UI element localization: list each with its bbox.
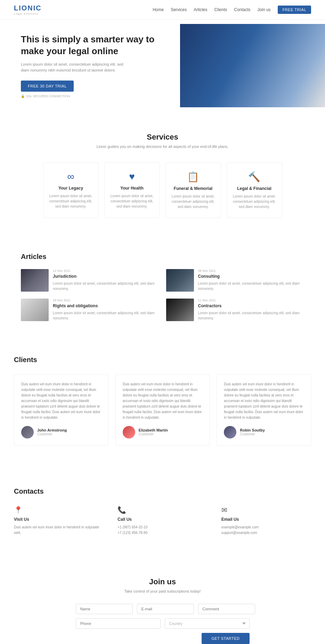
join-subtitle: Take control of your paid subscriptions … — [14, 589, 311, 593]
client-details-robin: Robin Soutby Customer — [240, 428, 265, 436]
nav-join[interactable]: Join us — [258, 7, 271, 12]
article-card-contractors: 11 Nov 2021 Contractors Lorem ipsum dolo… — [166, 299, 304, 321]
services-section: Services Lionic guides you on making dec… — [0, 112, 325, 239]
hero-cta-button[interactable]: FREE 30 DAY TRIAL — [21, 81, 74, 92]
call-text: +1 (987) 654-32-10 +7 (123) 456-78-90 — [117, 525, 207, 536]
visit-label: Visit Us — [14, 517, 104, 522]
join-section: Join us Take control of your paid subscr… — [0, 557, 325, 644]
logo-text: LIONIC — [14, 4, 42, 12]
email-icon: ✉ — [221, 506, 311, 514]
contacts-section: Contacts 📍 Visit Us Duis autem vel eum i… — [0, 467, 325, 557]
client-info-john: John Armstrong Customer — [21, 426, 101, 438]
nav-contacts[interactable]: Contacts — [234, 7, 250, 12]
article-title-consulting: Consulting — [198, 274, 304, 279]
service-card-funeral: 📋 Funeral & Memorial Lorem ipsum dolor s… — [165, 162, 221, 218]
legacy-desc: Lorem ipsum dolor sit amet, consectetuer… — [49, 193, 93, 209]
client-card-john: Duis autem vel eum iriure dolor in hendr… — [14, 374, 108, 446]
client-name-elizabeth: Elizabeth Martin — [139, 428, 168, 432]
articles-section: Articles 12 Nov 2021 Jurisdiction Lorem … — [0, 239, 325, 335]
article-date-consulting: 08 Nov 2021 — [198, 269, 304, 273]
logo: LIONIC Legal Solutions — [14, 4, 42, 15]
form-row-2: Country United States United Kingdom — [76, 618, 250, 629]
health-name: Your Health — [110, 186, 154, 191]
contact-visit: 📍 Visit Us Duis autem vel eum iriure dol… — [14, 506, 104, 536]
funeral-desc: Lorem ipsum dolor sit amet, consectetuer… — [171, 194, 215, 209]
article-desc-contractors: Lorem ipsum dolor sit amet, consectetuer… — [198, 310, 304, 321]
call-label: Call Us — [117, 517, 207, 522]
article-content-contractors: 11 Nov 2021 Contractors Lorem ipsum dolo… — [198, 299, 304, 321]
client-details-john: John Armstrong Customer — [37, 428, 67, 436]
location-icon: 📍 — [14, 506, 104, 514]
logo-subtitle: Legal Solutions — [14, 12, 42, 15]
hero-img-placeholder — [180, 24, 325, 107]
services-grid: ∞ Your Legacy Lorem ipsum dolor sit amet… — [14, 162, 311, 218]
contact-call: 📞 Call Us +1 (987) 654-32-10 +7 (123) 45… — [117, 506, 207, 536]
avatar-elizabeth — [123, 426, 135, 438]
article-card-consulting: 08 Nov 2021 Consulting Lorem ipsum dolor… — [166, 269, 304, 292]
hero-title: This is simply a smarter way to make you… — [21, 34, 166, 57]
article-date-contractors: 11 Nov 2021 — [198, 299, 304, 302]
email-input[interactable] — [137, 604, 194, 614]
article-desc-jurisdiction: Lorem ipsum dolor sit amet, consectetuer… — [53, 281, 159, 291]
article-card-rights: 29 Nov 2021 Rights and obligations Lorem… — [21, 299, 159, 321]
client-role-robin: Customer — [240, 432, 265, 436]
funeral-name: Funeral & Memorial — [171, 186, 215, 191]
client-card-elizabeth: Duis autem vel eum iriure dolor in hendr… — [115, 374, 210, 446]
ssl-text: SSL SECURED CONNECTION — [26, 94, 70, 98]
article-date-rights: 29 Nov 2021 — [53, 299, 159, 302]
name-input[interactable] — [76, 604, 133, 614]
comment-input[interactable] — [198, 604, 255, 614]
article-desc-consulting: Lorem ipsum dolor sit amet, consectetuer… — [198, 281, 304, 291]
nav-home[interactable]: Home — [153, 7, 164, 12]
hero-description: Lorem ipsum dolor sit amet, consectetuer… — [21, 61, 132, 74]
health-desc: Lorem ipsum dolor sit amet, consectetuer… — [110, 193, 154, 209]
get-started-button[interactable]: GET STARTED — [202, 633, 249, 644]
service-card-health: ♥ Your Health Lorem ipsum dolor sit amet… — [104, 162, 160, 218]
hero-image — [180, 24, 325, 107]
contact-email: ✉ Email Us example@example.com support@e… — [221, 506, 311, 536]
articles-grid: 12 Nov 2021 Jurisdiction Lorem ipsum dol… — [21, 269, 304, 321]
article-content-consulting: 08 Nov 2021 Consulting Lorem ipsum dolor… — [198, 269, 304, 291]
legal-name: Legal & Financial — [233, 186, 276, 191]
legal-desc: Lorem ipsum dolor sit amet, consectetuer… — [233, 194, 276, 209]
client-info-elizabeth: Elizabeth Martin Customer — [123, 426, 203, 438]
article-title-contractors: Contractors — [198, 303, 304, 308]
email-text: example@example.com support@example.com — [221, 525, 311, 536]
nav-articles[interactable]: Articles — [194, 7, 207, 12]
nav-cta-button[interactable]: FREE TRIAL — [278, 6, 311, 14]
hero-content: This is simply a smarter way to make you… — [0, 20, 180, 112]
phone-input[interactable] — [76, 618, 161, 629]
article-title-rights: Rights and obligations — [53, 303, 159, 308]
article-content-rights: 29 Nov 2021 Rights and obligations Lorem… — [53, 299, 159, 321]
article-img-jurisdiction — [21, 269, 49, 292]
articles-title: Articles — [21, 253, 304, 261]
avatar-john — [21, 426, 34, 438]
nav-clients[interactable]: Clients — [214, 7, 227, 12]
form-row-1 — [76, 604, 250, 614]
services-subtitle: Lionic guides you on making decisions fo… — [14, 144, 311, 149]
article-card-jurisdiction: 12 Nov 2021 Jurisdiction Lorem ipsum dol… — [21, 269, 159, 292]
article-img-contractors — [166, 299, 194, 321]
clients-section: Clients Duis autem vel eum iriure dolor … — [0, 335, 325, 467]
navbar: LIONIC Legal Solutions Home Services Art… — [0, 0, 325, 20]
clients-grid: Duis autem vel eum iriure dolor in hendr… — [14, 374, 311, 446]
contacts-grid: 📍 Visit Us Duis autem vel eum iriure dol… — [14, 506, 311, 536]
client-name-robin: Robin Soutby — [240, 428, 265, 432]
nav-links: Home Services Articles Clients Contacts … — [153, 6, 311, 14]
client-quote-elizabeth: Duis autem vel eum iriure dolor in hendr… — [123, 382, 203, 420]
join-title: Join us — [14, 577, 311, 586]
health-icon: ♥ — [110, 171, 154, 182]
avatar-robin — [224, 426, 236, 438]
service-card-legacy: ∞ Your Legacy Lorem ipsum dolor sit amet… — [43, 162, 99, 218]
service-card-legal: 🔨 Legal & Financial Lorem ipsum dolor si… — [227, 162, 282, 218]
client-role-elizabeth: Customer — [139, 432, 168, 436]
client-role-john: Customer — [37, 432, 67, 436]
funeral-icon: 📋 — [171, 171, 215, 183]
client-quote-robin: Duis autem vel eum iriure dolor in hendr… — [224, 382, 304, 420]
nav-services[interactable]: Services — [171, 7, 187, 12]
country-select[interactable]: Country United States United Kingdom — [165, 618, 250, 629]
client-details-elizabeth: Elizabeth Martin Customer — [139, 428, 168, 436]
hero-ssl: 🔒 SSL SECURED CONNECTION — [21, 94, 166, 98]
services-title: Services — [14, 133, 311, 142]
article-title-jurisdiction: Jurisdiction — [53, 274, 159, 279]
